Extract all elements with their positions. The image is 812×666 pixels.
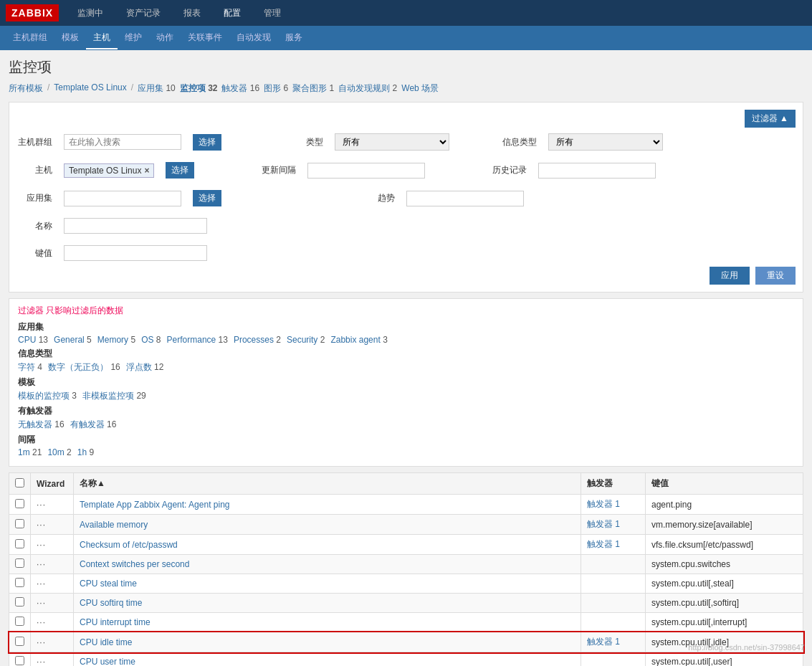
breadcrumb-discovery[interactable]: 自动发现规则 2 (338, 82, 397, 95)
row-checkbox-8[interactable] (15, 656, 24, 665)
breadcrumb-web[interactable]: Web 场景 (401, 82, 439, 95)
type-select[interactable]: 所有 (335, 133, 449, 151)
subnav-templates[interactable]: 模板 (54, 27, 86, 49)
breadcrumb-graphs[interactable]: 图形 6 (264, 82, 288, 95)
row-dots-1[interactable]: ··· (37, 520, 46, 530)
name-input[interactable] (64, 218, 207, 234)
row-checkbox-1[interactable] (15, 519, 24, 528)
host-group-select-btn[interactable]: 选择 (193, 134, 221, 151)
row-dots-3[interactable]: ··· (37, 559, 46, 569)
row-checkbox-3[interactable] (15, 558, 24, 568)
row-trigger-link-7[interactable]: 触发器 1 (587, 637, 620, 647)
infotypes-items: 字符 4 数字（无正负） 16 浮点数 12 (18, 361, 794, 374)
row-dots-2[interactable]: ··· (37, 540, 46, 550)
row-key-0: agent.ping (646, 495, 803, 515)
subnav-correlations[interactable]: 关联事件 (181, 27, 229, 49)
row-dots-6[interactable]: ··· (37, 617, 46, 627)
row-check-2 (9, 535, 31, 555)
row-checkbox-5[interactable] (15, 597, 24, 606)
row-name-0: Template App Zabbix Agent: Agent ping (74, 495, 581, 515)
breadcrumb-triggers[interactable]: 触发器 16 (221, 82, 259, 95)
row-name-link-4[interactable]: CPU steal time (80, 579, 137, 589)
row-check-4 (9, 574, 31, 594)
apply-button[interactable]: 应用 (710, 267, 750, 285)
row-name-link-7[interactable]: CPU idle time (80, 637, 132, 647)
filter-toggle-button[interactable]: 过滤器 ▲ (745, 110, 796, 128)
history-input[interactable] (538, 163, 656, 179)
row-name-link-5[interactable]: CPU softirq time (80, 598, 142, 608)
row-name-1: Available memory (74, 515, 581, 535)
trend-input[interactable] (406, 191, 524, 206)
row-name-link-0[interactable]: Template App Zabbix Agent: Agent ping (80, 500, 229, 510)
triggers-items: 无触发器 16 有触发器 16 (18, 419, 794, 431)
row-key-1: vm.memory.size[available] (646, 515, 803, 535)
intervals-label: 间隔 (18, 434, 794, 446)
appset-input[interactable] (64, 191, 181, 206)
info-type-label: 信息类型 (501, 136, 537, 148)
row-check-7 (9, 632, 31, 652)
row-dots-4[interactable]: ··· (37, 579, 46, 589)
row-name-4: CPU steal time (74, 574, 581, 594)
row-trigger-link-2[interactable]: 触发器 1 (587, 539, 620, 549)
row-checkbox-7[interactable] (15, 637, 24, 646)
breadcrumb-appsets[interactable]: 应用集 10 (138, 82, 176, 95)
subnav-hosts[interactable]: 主机 (86, 27, 118, 49)
row-checkbox-2[interactable] (15, 539, 24, 548)
row-dots-0[interactable]: ··· (37, 500, 46, 510)
host-label: 主机 (16, 164, 52, 176)
logo: ZABBIX (6, 4, 59, 22)
breadcrumb-all-templates[interactable]: 所有模板 (9, 82, 43, 95)
intervals-items: 1m 21 10m 2 1h 9 (18, 447, 794, 457)
breadcrumb-sep-0: / (47, 82, 49, 95)
subnav-actions[interactable]: 动作 (149, 27, 181, 49)
appset-performance: Performance 13 (167, 335, 228, 345)
nav-config[interactable]: 配置 (219, 4, 245, 22)
subnav-maintenance[interactable]: 维护 (118, 27, 149, 49)
trigger-none: 无触发器 16 (18, 419, 65, 431)
breadcrumb-screens[interactable]: 聚合图形 1 (292, 82, 334, 95)
row-name-link-3[interactable]: Context switches per second (80, 559, 189, 569)
row-checkbox-0[interactable] (15, 499, 24, 508)
nav-assets[interactable]: 资产记录 (122, 4, 165, 22)
key-input[interactable] (64, 245, 207, 261)
row-name-link-6[interactable]: CPU interrupt time (80, 617, 151, 627)
filter-summary-title: 过滤器 只影响过滤后的数据 (18, 305, 794, 317)
subnav-discovery[interactable]: 自动发现 (229, 27, 278, 49)
subnav-services[interactable]: 服务 (278, 27, 310, 49)
info-type-select[interactable]: 所有 (548, 133, 663, 151)
row-name-link-1[interactable]: Available memory (80, 520, 148, 530)
row-checkbox-4[interactable] (15, 578, 24, 587)
update-interval-input[interactable] (307, 163, 425, 179)
row-wizard-7: ··· (31, 632, 74, 652)
host-tag-value: Template OS Linux (69, 166, 141, 176)
row-dots-7[interactable]: ··· (37, 637, 46, 647)
filter-group-triggers: 有触发器 无触发器 16 有触发器 16 (18, 405, 794, 431)
appset-select-btn[interactable]: 选择 (193, 190, 221, 206)
col-header-name[interactable]: 名称▲ (74, 473, 581, 495)
row-trigger-link-0[interactable]: 触发器 1 (587, 499, 620, 509)
select-all-checkbox[interactable] (15, 478, 24, 487)
breadcrumb-template-os[interactable]: Template OS Linux (54, 82, 126, 95)
row-trigger-link-1[interactable]: 触发器 1 (587, 519, 620, 529)
row-dots-5[interactable]: ··· (37, 598, 46, 608)
row-check-1 (9, 515, 31, 535)
appset-security: Security 2 (287, 335, 325, 345)
host-tag-remove[interactable]: × (144, 166, 149, 176)
nav-monitor[interactable]: 监测中 (73, 4, 108, 22)
nav-admin[interactable]: 管理 (259, 4, 285, 22)
reset-button[interactable]: 重设 (755, 267, 796, 285)
row-trigger-4 (581, 574, 646, 594)
row-checkbox-6[interactable] (15, 617, 24, 626)
row-name-link-2[interactable]: Checksum of /etc/passwd (80, 540, 178, 550)
row-trigger-7: 触发器 1 (581, 632, 646, 652)
row-dots-8[interactable]: ··· (37, 657, 46, 666)
nav-reports[interactable]: 报表 (179, 4, 205, 22)
row-name-link-8[interactable]: CPU user time (80, 657, 135, 666)
host-group-input[interactable] (64, 134, 181, 150)
host-select-btn[interactable]: 选择 (166, 162, 194, 179)
subnav-hostgroups[interactable]: 主机群组 (6, 27, 54, 49)
breadcrumb-items[interactable]: 监控项 32 (180, 82, 218, 95)
top-nav-items: 监测中 资产记录 报表 配置 管理 (73, 4, 285, 22)
row-name-8: CPU user time (74, 652, 581, 667)
triggers-label: 有触发器 (18, 405, 794, 417)
